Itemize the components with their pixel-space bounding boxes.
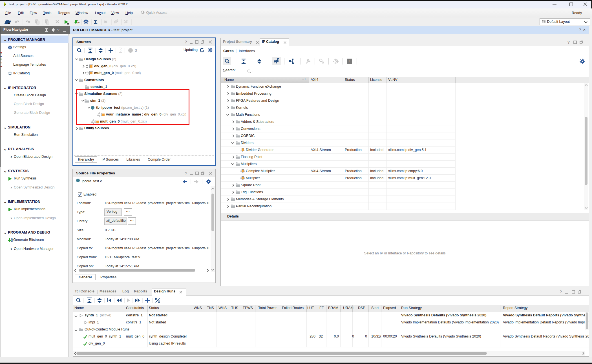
svg-text:0: 0 <box>135 48 137 53</box>
svg-text:?: ? <box>567 40 570 44</box>
svg-text:?: ? <box>185 40 187 44</box>
svg-text:01: 01 <box>11 238 13 240</box>
svg-text:01: 01 <box>77 19 79 21</box>
svg-text:10: 10 <box>77 22 79 24</box>
svg-text:Σ: Σ <box>94 19 98 25</box>
svg-text:?: ? <box>120 49 122 52</box>
svg-text:10: 10 <box>11 240 13 242</box>
svg-text:?: ? <box>560 290 562 294</box>
svg-text:?: ? <box>185 171 187 175</box>
svg-text:?: ? <box>57 28 59 32</box>
